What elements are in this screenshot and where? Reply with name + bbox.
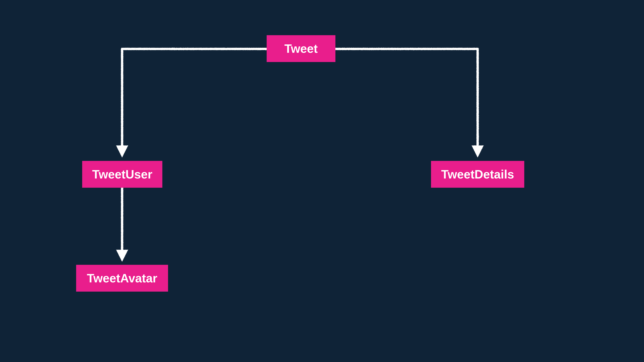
node-label: TweetUser — [92, 167, 152, 181]
arrowhead-icon — [116, 145, 128, 158]
arrowhead-icon — [116, 250, 128, 262]
node-tweet-details: TweetDetails — [431, 161, 524, 188]
node-label: TweetDetails — [441, 167, 514, 181]
arrowhead-icon — [472, 145, 484, 158]
node-tweet-avatar: TweetAvatar — [76, 265, 168, 292]
node-label: Tweet — [284, 42, 318, 55]
node-tweet: Tweet — [267, 35, 336, 62]
node-tweet-user: TweetUser — [82, 161, 162, 188]
node-label: TweetAvatar — [87, 271, 157, 285]
diagram-canvas: Tweet TweetUser TweetDetails TweetAvatar — [0, 0, 644, 362]
